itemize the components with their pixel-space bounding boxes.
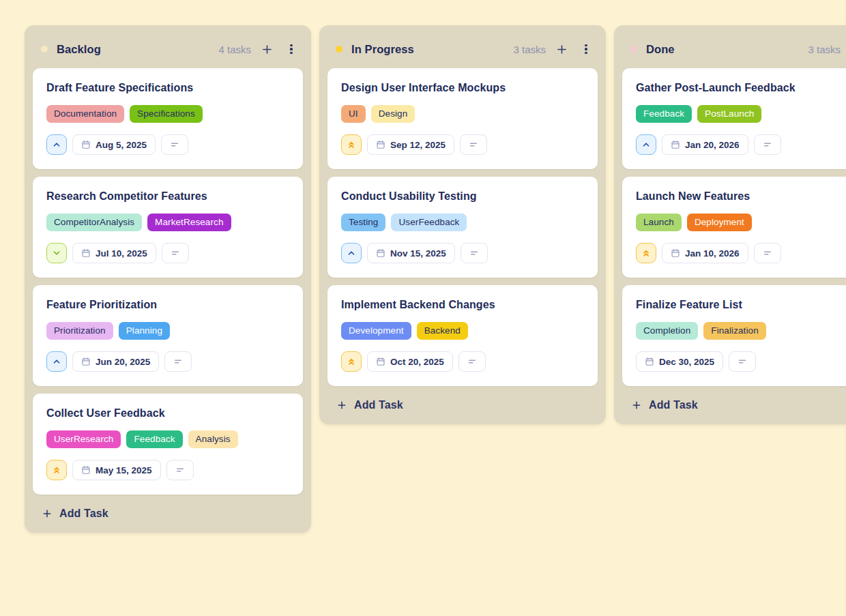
plus-icon [631,400,642,411]
due-date-chip[interactable]: Jul 10, 2025 [72,243,156,263]
task-meta-row: Jul 10, 2025 [46,243,289,263]
priority-low-button[interactable] [46,243,67,263]
tag-competitoranalysis: CompetitorAnalysis [46,214,142,231]
plus-icon [42,508,53,519]
plus-icon [261,43,274,56]
due-date-chip[interactable]: Jun 20, 2025 [72,351,159,372]
tag-row: DocumentationSpecifications [46,105,289,123]
priority-high-button[interactable] [341,243,362,263]
task-title: Launch New Features [636,190,846,203]
task-meta-row: Dec 30, 2025 [636,351,846,372]
chevrons-up-icon [347,140,356,149]
priority-high-button[interactable] [46,351,67,372]
align-left-icon [738,357,747,366]
status-dot-icon [336,46,342,53]
chevron-up-icon [641,140,651,149]
notes-button[interactable] [754,134,781,155]
card-list: Gather Post-Launch Feedback FeedbackPost… [622,68,846,386]
calendar-icon [671,140,680,149]
add-task-label: Add Task [59,508,108,520]
column-header: In Progress 3 tasks [327,33,598,68]
due-date-chip[interactable]: Aug 5, 2025 [72,134,156,155]
status-dot-icon [41,46,48,53]
task-title: Gather Post-Launch Feedback [636,82,846,94]
due-date-chip[interactable]: Nov 15, 2025 [367,243,455,263]
tag-prioritization: Prioritization [46,322,113,340]
task-title: Design User Interface Mockups [341,82,584,94]
task-card[interactable]: Research Competitor Features CompetitorA… [33,177,303,278]
calendar-icon [81,248,91,258]
priority-high-button[interactable] [636,134,656,155]
add-task-header-button[interactable] [553,40,570,58]
status-dot-icon [630,46,637,53]
calendar-icon [645,357,654,366]
chevron-up-icon [347,248,356,258]
tag-completion: Completion [636,322,698,340]
priority-urgent-button[interactable] [46,460,67,480]
tag-specifications: Specifications [130,105,203,123]
tag-userresearch: UserResearch [46,430,121,448]
due-date-chip[interactable]: May 15, 2025 [72,460,161,480]
notes-button[interactable] [162,243,189,263]
task-card[interactable]: Feature Prioritization PrioritizationPla… [33,285,303,386]
kanban-board: Backlog 4 tasks Draft Feature Specificat… [0,0,846,533]
add-task-button[interactable]: Add Task [33,501,114,525]
task-card[interactable]: Launch New Features LaunchDeployment Jan… [622,177,846,278]
task-card[interactable]: Finalize Feature List CompletionFinaliza… [622,285,846,386]
task-card[interactable]: Conduct Usability Testing TestingUserFee… [327,177,598,278]
tag-feedback: Feedback [126,430,182,448]
tag-row: LaunchDeployment [636,214,846,231]
tag-development: Development [341,322,411,340]
task-title: Draft Feature Specifications [46,82,289,94]
task-card[interactable]: Design User Interface Mockups UIDesign S… [327,68,598,169]
notes-button[interactable] [754,243,781,263]
tag-row: UIDesign [341,105,584,123]
task-title: Implement Backend Changes [341,299,584,311]
tag-postlaunch: PostLaunch [697,105,761,123]
tag-deployment: Deployment [687,214,752,231]
kebab-menu-icon [585,44,587,55]
notes-button[interactable] [460,134,487,155]
align-left-icon [173,357,183,366]
notes-button[interactable] [164,351,192,372]
add-task-button[interactable]: Add Task [622,392,703,416]
column-done: Done 3 tasks Gather Post-Launch Feedback… [614,25,846,424]
tag-row: FeedbackPostLaunch [636,105,846,123]
notes-button[interactable] [458,351,486,372]
notes-button[interactable] [161,134,188,155]
due-date-text: Oct 20, 2025 [390,357,444,367]
align-left-icon [171,248,180,258]
tag-finalization: Finalization [703,322,765,340]
notes-button[interactable] [729,351,756,372]
due-date-chip[interactable]: Oct 20, 2025 [367,351,453,372]
tag-documentation: Documentation [46,105,124,123]
column-menu-button[interactable] [282,40,300,58]
due-date-text: Aug 5, 2025 [96,140,147,150]
due-date-chip[interactable]: Dec 30, 2025 [636,351,723,372]
column-task-count: 4 tasks [218,44,251,55]
add-task-header-button[interactable] [258,40,276,58]
priority-urgent-button[interactable] [341,351,362,372]
add-task-label: Add Task [354,399,403,411]
priority-urgent-button[interactable] [636,243,656,263]
task-card[interactable]: Implement Backend Changes DevelopmentBac… [327,285,598,386]
notes-button[interactable] [166,460,194,480]
due-date-chip[interactable]: Sep 12, 2025 [367,134,454,155]
task-card[interactable]: Draft Feature Specifications Documentati… [33,68,303,169]
due-date-text: May 15, 2025 [96,465,152,475]
priority-high-button[interactable] [46,134,67,155]
task-card[interactable]: Gather Post-Launch Feedback FeedbackPost… [622,68,846,169]
add-task-button[interactable]: Add Task [327,392,409,416]
tag-row: TestingUserFeedback [341,214,584,231]
column-menu-button[interactable] [577,40,595,58]
priority-urgent-button[interactable] [341,134,362,155]
due-date-text: Jul 10, 2025 [96,248,147,259]
task-meta-row: Jan 20, 2026 [636,134,846,155]
task-card[interactable]: Collect User Feedback UserResearchFeedba… [33,394,303,495]
calendar-icon [376,140,385,149]
plus-icon [555,43,568,56]
due-date-chip[interactable]: Jan 10, 2026 [662,243,748,263]
due-date-chip[interactable]: Jan 20, 2026 [662,134,748,155]
notes-button[interactable] [461,243,488,263]
chevron-up-icon [52,357,61,366]
